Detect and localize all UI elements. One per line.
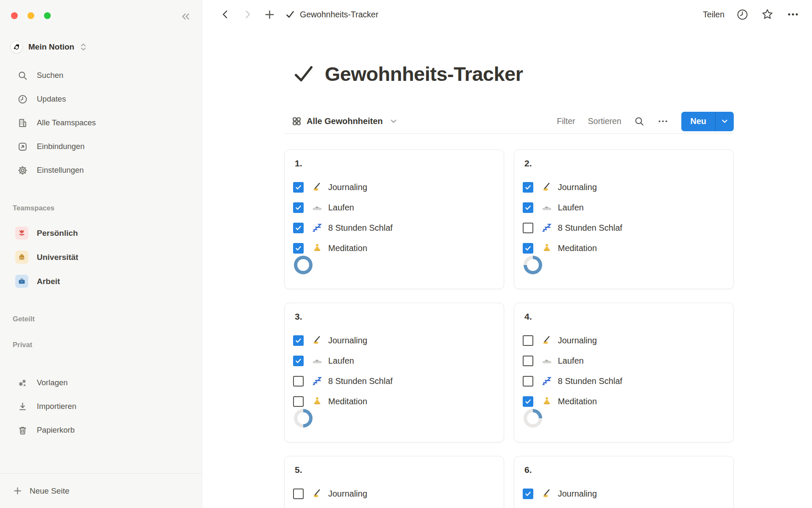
checkbox[interactable] <box>523 335 533 346</box>
new-page-button[interactable]: Neue Seite <box>0 474 202 508</box>
page-history-button[interactable] <box>736 8 749 21</box>
download-icon <box>17 401 28 412</box>
clock-icon <box>17 94 28 105</box>
teamspaces-section-header[interactable]: Teamspaces <box>13 204 55 212</box>
progress-ring <box>524 256 542 274</box>
habit-row-schlaf: 8 Stunden Schlaf <box>293 371 497 391</box>
checkbox[interactable] <box>523 243 533 254</box>
writing-hand-icon <box>541 182 552 193</box>
habit-label: Laufen <box>558 356 584 366</box>
checkbox[interactable] <box>523 202 533 213</box>
search-icon <box>17 70 28 81</box>
workspace-name: Mein Notion <box>28 42 74 52</box>
geteilt-section-header[interactable]: Geteilt <box>13 315 35 323</box>
view-options-button[interactable] <box>657 116 669 127</box>
nav-forward-button[interactable] <box>241 7 254 22</box>
new-tab-button[interactable] <box>263 7 276 22</box>
breadcrumb[interactable]: Gewohnheits-Tracker <box>285 9 379 19</box>
sidebar-item-updates[interactable]: Updates <box>4 87 198 111</box>
checkbox[interactable] <box>293 182 304 193</box>
chevron-down-icon <box>390 117 398 125</box>
sidebar-item-label: Einstellungen <box>37 166 84 175</box>
habit-label: Journaling <box>558 336 597 345</box>
sidebar-item-suchen[interactable]: Suchen <box>4 64 198 87</box>
gallery-card-3[interactable]: 3. Journaling Laufen 8 Stunden Schlaf Me… <box>284 303 504 442</box>
sidebar-item-universitaet[interactable]: Universität <box>4 245 198 269</box>
privat-section-header[interactable]: Privat <box>13 341 32 349</box>
checkbox[interactable] <box>293 489 304 499</box>
gallery-card-4[interactable]: 4. Journaling Laufen 8 Stunden Schlaf Me… <box>514 303 734 442</box>
new-entry-button[interactable]: Neu <box>681 112 715 131</box>
zzz-icon <box>311 222 323 233</box>
sidebar-item-label: Updates <box>37 94 66 104</box>
new-entry-dropdown-button[interactable] <box>716 112 734 131</box>
card-title: 2. <box>524 158 532 168</box>
sidebar-item-label: Importieren <box>37 402 77 411</box>
new-page-label: Neue Seite <box>30 486 69 496</box>
collapse-sidebar-button[interactable] <box>178 9 193 24</box>
sort-button[interactable]: Sortieren <box>588 116 621 126</box>
search-in-view-button[interactable] <box>634 116 645 127</box>
zoom-window-button[interactable] <box>44 12 51 19</box>
running-shoe-icon <box>311 355 323 366</box>
checkbox[interactable] <box>293 243 304 254</box>
chevron-down-icon <box>720 117 729 126</box>
sidebar: Mein Notion Suchen Updates <box>0 0 202 508</box>
progress-ring <box>294 256 313 274</box>
checkbox[interactable] <box>523 376 533 387</box>
check-mark-icon <box>292 62 315 86</box>
habit-label: 8 Stunden Schlaf <box>328 376 392 386</box>
writing-hand-icon <box>311 182 323 193</box>
checkbox[interactable] <box>523 356 533 366</box>
lotus-person-icon <box>311 396 323 407</box>
view-tab-alle-gewohnheiten[interactable]: Alle Gewohnheiten <box>284 116 398 126</box>
nav-back-button[interactable] <box>219 7 232 22</box>
gallery-view-icon <box>292 116 302 126</box>
checkbox[interactable] <box>523 182 533 193</box>
page-title[interactable]: Gewohnheits-Tracker <box>325 62 523 86</box>
checkbox[interactable] <box>293 223 304 233</box>
sidebar-item-vorlagen[interactable]: Vorlagen <box>4 371 198 395</box>
habit-row-journaling: Journaling <box>293 330 497 351</box>
gallery-card-5[interactable]: 5. Journaling <box>284 456 504 508</box>
gallery-card-1[interactable]: 1. Journaling Laufen 8 Stunden Schlaf Me… <box>284 149 504 289</box>
backpack-icon <box>15 251 28 264</box>
chevron-left-icon <box>220 9 231 20</box>
zzz-icon <box>541 222 552 233</box>
checkbox[interactable] <box>523 489 533 499</box>
checkbox[interactable] <box>293 202 304 213</box>
card-title: 3. <box>295 312 302 322</box>
sidebar-item-einstellungen[interactable]: Einstellungen <box>4 158 198 182</box>
sidebar-item-persoenlich[interactable]: Persönlich <box>4 221 198 245</box>
habit-row-journaling: Journaling <box>293 483 497 504</box>
checkbox[interactable] <box>523 396 533 407</box>
teamspace-label: Persönlich <box>37 229 78 238</box>
running-shoe-icon <box>311 202 323 213</box>
sidebar-item-label: Papierkorb <box>37 425 74 435</box>
filter-button[interactable]: Filter <box>557 116 575 126</box>
checkbox[interactable] <box>523 223 533 233</box>
sidebar-item-papierkorb[interactable]: Papierkorb <box>4 418 198 442</box>
sidebar-item-arbeit[interactable]: Arbeit <box>4 269 198 293</box>
habit-label: Meditation <box>558 397 597 406</box>
close-window-button[interactable] <box>11 12 18 19</box>
checkbox[interactable] <box>293 335 304 346</box>
minimize-window-button[interactable] <box>27 12 34 19</box>
sidebar-item-einbindungen[interactable]: Einbindungen <box>4 135 198 158</box>
workspace-switcher[interactable]: Mein Notion <box>10 38 87 56</box>
checkbox[interactable] <box>293 376 304 387</box>
gallery-card-6[interactable]: 6. Journaling <box>514 456 734 508</box>
gallery-card-2[interactable]: 2. Journaling Laufen 8 Stunden Schlaf Me… <box>514 149 734 289</box>
habit-label: 8 Stunden Schlaf <box>558 376 622 386</box>
sidebar-item-importieren[interactable]: Importieren <box>4 395 198 418</box>
sidebar-item-alle-teamspaces[interactable]: Alle Teamspaces <box>4 111 198 135</box>
habit-row-schlaf: 8 Stunden Schlaf <box>293 218 497 238</box>
habit-row-laufen: Laufen <box>523 351 727 371</box>
favorite-button[interactable] <box>760 8 774 22</box>
page-menu-button[interactable] <box>786 7 800 22</box>
checkbox[interactable] <box>293 396 304 407</box>
checkbox[interactable] <box>293 356 304 366</box>
chevron-up-down-icon <box>80 42 87 52</box>
habit-row-laufen: Laufen <box>293 197 497 218</box>
share-button[interactable]: Teilen <box>703 10 724 19</box>
